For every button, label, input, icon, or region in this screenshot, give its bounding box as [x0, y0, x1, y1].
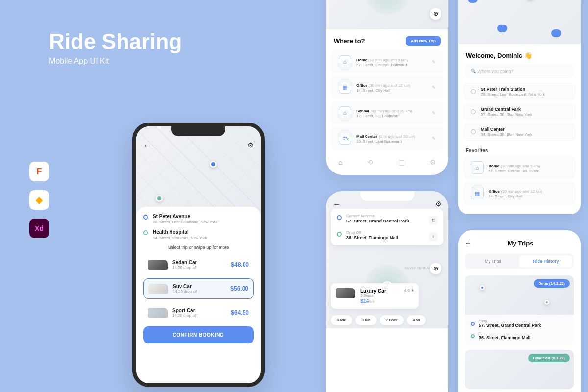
car-marker-icon	[497, 24, 507, 32]
recent-location[interactable]: Mall Center34. Street, 36. Star, New Yor…	[463, 123, 576, 141]
trip-map-preview: Canceled (8.1.22)	[465, 350, 574, 389]
where-to-title: Where to?	[334, 37, 365, 45]
destination-office[interactable]: ▦ Office (30 min ago and 12 km)14. Stree…	[331, 76, 443, 98]
search-input[interactable]: 🔍 Where you going?	[465, 64, 574, 78]
tab-route-icon[interactable]: ⟲	[368, 158, 373, 166]
destination-school[interactable]: ⌂ School (45 min ago and 20 km)12. Stree…	[331, 101, 443, 124]
pickup-dot-icon	[143, 215, 148, 220]
car-price: $48.00	[231, 261, 249, 268]
car-image-icon	[336, 288, 355, 298]
dropoff-pin-icon	[156, 195, 163, 202]
phone-welcome: Welcome, Dominic 👋 🔍 Where you going? St…	[458, 0, 581, 214]
clock-icon	[471, 129, 476, 134]
address-panel: Current Address57. Street, Grand Central…	[331, 209, 443, 245]
clock-icon	[471, 109, 476, 114]
car-price: $64.50	[231, 309, 249, 316]
car-image-icon	[148, 284, 168, 294]
office-icon: ▦	[339, 81, 351, 94]
rating-label: 4.0 ★	[404, 288, 414, 293]
map-view[interactable]: ← ⚙ Current Address57. Street, Grand Cen…	[326, 191, 448, 328]
gear-icon[interactable]: ⚙	[435, 200, 441, 208]
status-badge: Canceled (8.1.22)	[528, 354, 570, 362]
phone-notch	[172, 125, 225, 136]
trip-map-preview: Done (14.1.22)	[465, 275, 574, 315]
car-option-suv[interactable]: Suv Car14:25 drop off $56.00	[143, 278, 254, 299]
gear-icon[interactable]: ⚙	[247, 141, 254, 149]
pickup-name: St Peter Avenue	[153, 214, 217, 219]
car-price: $56.00	[230, 285, 248, 292]
chip-goer[interactable]: 2 Goer	[380, 315, 404, 325]
from-dot-icon	[471, 322, 475, 326]
mall-icon: 🛍	[339, 132, 351, 145]
locate-me-button[interactable]: ⊕	[430, 263, 441, 274]
hero-subtitle: Mobile App UI Kit	[49, 57, 182, 66]
add-new-trip-button[interactable]: Add New Trip	[406, 36, 441, 46]
phone-where-to: ⊕ Where to? Add New Trip ⌂ Home (10 min …	[326, 0, 448, 175]
figma-icon: F	[29, 162, 49, 181]
back-arrow-icon[interactable]: ←	[333, 200, 341, 209]
tab-ride-history[interactable]: Ride History	[519, 255, 572, 267]
favorite-office[interactable]: ▦ Office (30 min ago and 12 km)14. Stree…	[463, 182, 576, 204]
dropoff-name: Health Hospital	[153, 229, 207, 235]
chip-distance[interactable]: 8 KM	[355, 315, 376, 325]
to-dot-icon	[471, 334, 475, 338]
clock-icon	[471, 89, 476, 94]
trip-chips: 6 Min 8 KM 2 Goer 4 Mi	[331, 315, 443, 325]
tab-home-icon[interactable]: ⌂	[338, 158, 342, 166]
luxury-car-card[interactable]: Luxury Car 2 Seats $14/km 4.0 ★	[331, 283, 419, 309]
locate-me-button[interactable]: ⊕	[430, 8, 441, 20]
status-badge: Done (14.1.22)	[534, 279, 570, 288]
home-icon: ⌂	[339, 55, 351, 68]
recent-location[interactable]: St Peter Train Station28. Street, Leaf B…	[463, 83, 576, 100]
tab-my-trips[interactable]: My Trips	[466, 255, 519, 267]
swap-icon[interactable]: ⇅	[429, 216, 438, 224]
map-view[interactable]: ← ⚙	[136, 126, 261, 215]
home-icon: ⌂	[471, 161, 484, 174]
school-icon: ⌂	[339, 106, 351, 119]
phone-confirm-booking: ← ⚙ St Peter Avenue 28. Street, Leaf Bou…	[132, 122, 265, 387]
car-option-sedan[interactable]: Sedan Car14:30 drop off $48.00	[143, 255, 254, 274]
pickup-pin-icon	[210, 161, 217, 168]
chip-time[interactable]: 6 Min	[331, 315, 352, 325]
office-icon: ▦	[471, 187, 484, 199]
design-tool-icons: F ◆ Xd	[29, 162, 49, 238]
map-view[interactable]: ⊕	[326, 0, 448, 29]
car-marker-icon	[468, 0, 478, 3]
chip-miles[interactable]: 4 Mi	[407, 315, 426, 325]
car-image-icon	[148, 260, 168, 270]
add-stop-icon[interactable]: +	[429, 232, 438, 241]
edit-icon[interactable]: ✎	[432, 85, 436, 90]
hero-title-block: Ride Sharing Mobile App UI Kit	[49, 29, 182, 66]
drop-dot-icon	[337, 232, 342, 237]
phone-notch	[360, 191, 414, 201]
current-dot-icon	[337, 215, 342, 220]
pickup-addr: 28. Street, Leaf Boulevard, New York	[153, 220, 217, 224]
destination-home[interactable]: ⌂ Home (10 min ago and 5 km)57. Street, …	[331, 50, 443, 73]
car-option-sport[interactable]: Sport Car14:20 drop off $64.50	[143, 303, 254, 322]
favorites-label: Favorites	[458, 143, 581, 156]
pin-icon	[544, 300, 549, 305]
recent-location[interactable]: Grand Central Park57. Street, 36. Star, …	[463, 103, 576, 121]
car-image-icon	[148, 308, 168, 318]
destination-mall[interactable]: 🛍 Mall Center (1 hr ago and 30 km)25. St…	[331, 127, 443, 149]
back-arrow-icon[interactable]: ←	[143, 141, 151, 150]
swipe-hint: Select trip or swipe up for more	[143, 245, 254, 250]
hero-title: Ride Sharing	[49, 29, 182, 54]
map-view[interactable]	[458, 0, 581, 44]
tab-settings-icon[interactable]: ⚙	[430, 158, 436, 166]
welcome-greeting: Welcome, Dominic 👋	[458, 44, 581, 64]
edit-icon[interactable]: ✎	[432, 110, 436, 116]
radar-location-icon	[365, 0, 409, 15]
confirm-booking-button[interactable]: CONFIRM BOOKING	[143, 326, 254, 343]
tab-chat-icon[interactable]: ▢	[398, 158, 405, 166]
car-marker-icon	[551, 29, 561, 37]
dropoff-addr: 14. Street, Star Park, New York	[153, 236, 207, 240]
trip-card-done[interactable]: Done (14.1.22) From57. Street, Grand Cen…	[465, 275, 574, 345]
favorite-home[interactable]: ⌂ Home (10 min ago and 5 km)57. Street, …	[463, 156, 576, 179]
back-arrow-icon[interactable]: ←	[465, 239, 472, 247]
trip-card-canceled[interactable]: Canceled (8.1.22)	[465, 350, 574, 389]
edit-icon[interactable]: ✎	[432, 136, 436, 141]
phone-my-trips: ← My Trips My Trips Ride History Done (1…	[458, 230, 581, 392]
trips-title: My Trips	[477, 240, 564, 247]
edit-icon[interactable]: ✎	[432, 59, 436, 65]
